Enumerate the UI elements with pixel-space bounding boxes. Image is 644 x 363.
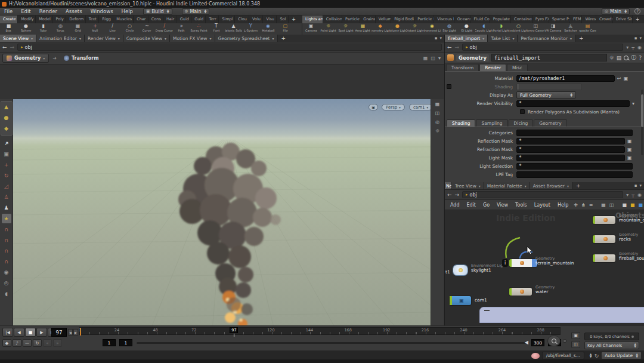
pane-tab-material-palette[interactable]: Material Palette▾ xyxy=(484,182,530,189)
shelf-tool-file[interactable]: ▢File xyxy=(277,23,294,35)
shelf-tab-hair[interactable]: Hair xyxy=(163,16,177,23)
net-menu-go[interactable]: Go xyxy=(480,202,493,208)
op-list-icon[interactable]: ▣ xyxy=(627,147,632,152)
shelf-tool-point-light[interactable]: ☼Point Light xyxy=(320,23,337,35)
list-icon[interactable]: ≡ xyxy=(589,202,593,208)
handles-icon[interactable]: ★ xyxy=(2,214,11,223)
param-input[interactable] xyxy=(516,171,633,178)
shelf-tool-font[interactable]: TFont xyxy=(208,23,225,35)
keyframe-icon[interactable]: ◆ xyxy=(2,339,11,347)
chevron-down-icon[interactable]: ▾ xyxy=(570,36,572,41)
snap-prim-icon[interactable]: ∩ xyxy=(2,257,11,266)
chevron-down-icon[interactable]: ▾ xyxy=(165,36,166,41)
chevron-down-icon[interactable]: ▾ xyxy=(79,36,81,41)
chevron-down-icon[interactable]: ▾ xyxy=(438,56,441,61)
lock-icon[interactable]: ▣ xyxy=(2,149,11,159)
param-checkbox[interactable] xyxy=(520,109,525,114)
shelf-tab-simpl[interactable]: Simpl xyxy=(219,16,235,23)
desktop-selector[interactable]: ▣ Build ▲▼ xyxy=(143,8,172,15)
pane-tab-animation-editor[interactable]: Animation Editor▾ xyxy=(36,35,85,42)
snap-multi-icon[interactable]: ∩ xyxy=(2,246,11,256)
shelf-tab-rigg[interactable]: Rigg xyxy=(99,16,113,23)
net-menu-edit[interactable]: Edit xyxy=(464,202,479,208)
node-terrain_mountain[interactable] xyxy=(509,259,537,267)
grid-split-icon[interactable]: ◫ xyxy=(609,202,614,208)
jump-to-start-button[interactable]: |◀ xyxy=(2,328,13,337)
radial-menu-icon[interactable]: ◉ xyxy=(637,45,642,50)
op-list-icon[interactable]: ▣ xyxy=(627,155,632,161)
layout-split-icon[interactable]: ◫ xyxy=(431,56,435,61)
pose-icon[interactable]: ♙ xyxy=(2,192,11,202)
rotate-icon[interactable]: ↻ xyxy=(2,171,11,180)
next-key-icon[interactable]: ▶ xyxy=(73,329,78,336)
shelf-tool-path[interactable]: »Path xyxy=(173,23,190,35)
pane-tab-geometry-spreadsheet[interactable]: Geometry Spreadsheet▾ xyxy=(215,35,278,42)
shelf-tool-composite-camera[interactable]: ▤Composite Camera xyxy=(579,23,596,35)
param-subtab-dicing[interactable]: Dicing xyxy=(509,119,534,127)
key-all-channels-dropdown[interactable]: Key All Channels ▲▼ xyxy=(584,342,639,349)
param-tab-misc[interactable]: Misc xyxy=(507,64,528,71)
tree-icon[interactable]: ⋔ xyxy=(581,202,586,208)
shelf-tab-volu[interactable]: Volu xyxy=(249,16,263,23)
shelf-tool-metaball[interactable]: ◉Metaball xyxy=(259,23,277,35)
shelf-tab-poly[interactable]: Poly xyxy=(53,16,67,23)
path-field[interactable]: ▸ obj xyxy=(17,44,442,51)
pane-tab-fireball-import[interactable]: fireball_import▾ xyxy=(445,35,488,42)
persp-view-pill[interactable]: Persp▾ xyxy=(382,104,405,110)
help-icon[interactable]: ? xyxy=(634,8,640,14)
network-box[interactable] xyxy=(479,307,644,323)
shelf-tab-drive-sim[interactable]: Drive Sim xyxy=(613,16,633,23)
network-canvas[interactable]: Indie Edition Objects t1 Environment Lig… xyxy=(445,210,644,323)
pane-menu-icon[interactable]: ▾ xyxy=(639,183,642,188)
field-menu-icon[interactable]: ▾ xyxy=(632,101,634,106)
pane-tab-render-view[interactable]: Render View▾ xyxy=(85,35,123,42)
playbar-menu-icon[interactable] xyxy=(563,339,566,343)
pane-tab-composite-view[interactable]: Composite View▾ xyxy=(123,35,170,42)
current-node-path-button[interactable]: /obj/fireball_s... xyxy=(542,352,584,359)
chevron-down-icon[interactable]: ▾ xyxy=(31,36,33,41)
shelf-tool-spray-paint[interactable]: ∴Spray Paint xyxy=(190,23,208,35)
chevron-down-icon[interactable]: ▾ xyxy=(118,36,120,41)
node-mountain_collis[interactable] xyxy=(593,216,615,224)
network-box-collapse-icon[interactable] xyxy=(484,310,490,311)
shelf-tab-fem[interactable]: FEM xyxy=(570,16,582,23)
volatile-view-icon[interactable]: ◆ xyxy=(2,124,11,133)
param-slider[interactable] xyxy=(516,84,582,90)
node-name-field[interactable]: fireball_import xyxy=(491,54,607,61)
shelf-tab-visu[interactable]: Visu xyxy=(263,16,277,23)
shelf-tool-camera[interactable]: ▣Camera xyxy=(302,23,320,35)
tool-context-dropdown[interactable]: Geometry ▾ xyxy=(2,54,49,63)
pin-icon[interactable]: ┬ xyxy=(631,45,634,50)
shelf-tab-oceans[interactable]: Oceans xyxy=(454,16,471,23)
display-nodes-icon[interactable]: ■ xyxy=(622,202,627,208)
layout-grid-icon[interactable]: ▦ xyxy=(423,56,428,61)
shelf-tool-torus[interactable]: ◎Torus xyxy=(52,23,69,35)
shelf-tab-particle-fl[interactable]: Particle Fl xyxy=(414,16,434,23)
shelf-tool-grid[interactable]: ▦Grid xyxy=(69,23,86,35)
shelf-tab-containers[interactable]: Containers xyxy=(511,16,532,23)
shelf-tab-pyro-fx[interactable]: Pyro FX xyxy=(532,16,549,23)
shelf-tab-collisions[interactable]: Collisions xyxy=(323,16,342,23)
shelf-tool-gi-light[interactable]: ●GI Light xyxy=(458,23,475,35)
shelf-tab-terr[interactable]: Terr xyxy=(206,16,219,23)
pane-tab-motion-fx-view[interactable]: Motion FX View▾ xyxy=(170,35,215,42)
help-icon[interactable]: ? xyxy=(639,55,642,61)
maximize-pane-icon[interactable]: ▪ xyxy=(634,183,637,188)
shelf-tool-platonic[interactable]: ▲Platonic Solids xyxy=(225,23,242,35)
shelf-tool-area-light[interactable]: ▦Area Light xyxy=(354,23,371,35)
param-input[interactable] xyxy=(516,130,633,136)
view-pan-icon[interactable]: ◉ xyxy=(2,267,11,277)
current-frame-field[interactable]: 97 xyxy=(51,328,67,337)
param-input[interactable]: /mat/pyroshader1 xyxy=(516,75,615,82)
lighting-icon[interactable]: ☼ xyxy=(435,128,439,134)
shelf-tool-curve[interactable]: ~Curve xyxy=(138,23,156,35)
shelf-tool-sky-light[interactable]: ◍Sky Light xyxy=(441,23,458,35)
grid-layout-icon[interactable]: ▦ xyxy=(601,202,606,208)
shelf-tab-cons[interactable]: Cons xyxy=(148,16,163,23)
shelf-tab-sparse-pyr[interactable]: Sparse Pyr xyxy=(549,16,570,23)
audio-icon[interactable]: ♪ xyxy=(13,339,21,347)
menu-assets[interactable]: Assets xyxy=(61,8,86,16)
range-slider-handle[interactable]: ◀ xyxy=(525,340,528,345)
pane-tab-network-view[interactable]: Network View▾ xyxy=(445,182,452,189)
main-take-selector[interactable]: ⊕ Main ▲▼ xyxy=(182,8,210,15)
